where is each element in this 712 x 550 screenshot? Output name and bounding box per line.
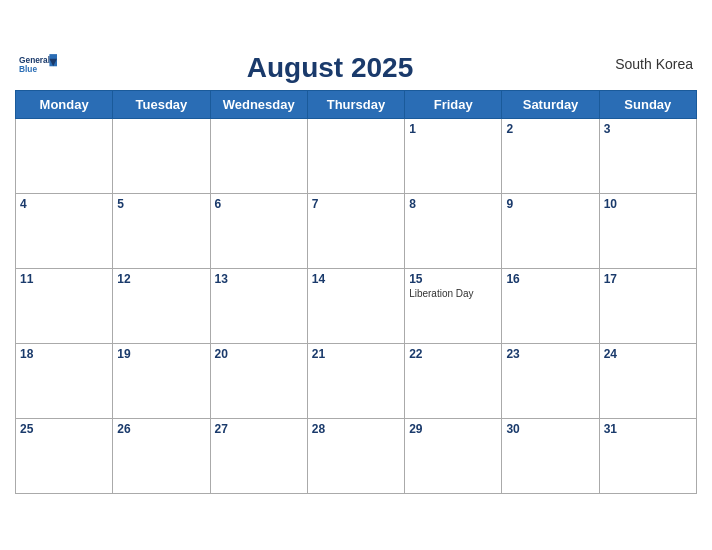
calendar-container: General Blue August 2025 South Korea Mon…	[0, 42, 712, 509]
calendar-day-cell	[210, 118, 307, 193]
header-sunday: Sunday	[599, 90, 696, 118]
calendar-day-cell: 14	[307, 268, 404, 343]
svg-text:Blue: Blue	[19, 64, 37, 74]
calendar-week-row: 1112131415Liberation Day1617	[16, 268, 697, 343]
calendar-day-cell: 16	[502, 268, 599, 343]
generalblue-logo-icon: General Blue	[19, 52, 57, 76]
logo-area: General Blue	[19, 52, 57, 77]
header-monday: Monday	[16, 90, 113, 118]
calendar-day-cell: 30	[502, 418, 599, 493]
calendar-day-cell: 8	[405, 193, 502, 268]
day-number: 4	[20, 197, 108, 211]
day-number: 3	[604, 122, 692, 136]
calendar-day-cell: 10	[599, 193, 696, 268]
calendar-header: General Blue August 2025 South Korea	[15, 52, 697, 84]
event-label: Liberation Day	[409, 288, 497, 299]
calendar-day-cell: 11	[16, 268, 113, 343]
day-number: 26	[117, 422, 205, 436]
day-number: 11	[20, 272, 108, 286]
calendar-day-cell: 7	[307, 193, 404, 268]
day-number: 1	[409, 122, 497, 136]
day-number: 29	[409, 422, 497, 436]
calendar-day-cell: 19	[113, 343, 210, 418]
calendar-day-cell: 24	[599, 343, 696, 418]
calendar-table: Monday Tuesday Wednesday Thursday Friday…	[15, 90, 697, 494]
calendar-day-cell: 6	[210, 193, 307, 268]
calendar-day-cell	[16, 118, 113, 193]
calendar-day-cell: 31	[599, 418, 696, 493]
calendar-week-row: 18192021222324	[16, 343, 697, 418]
calendar-day-cell: 29	[405, 418, 502, 493]
day-number: 17	[604, 272, 692, 286]
day-number: 8	[409, 197, 497, 211]
header-saturday: Saturday	[502, 90, 599, 118]
calendar-day-cell: 18	[16, 343, 113, 418]
day-number: 2	[506, 122, 594, 136]
calendar-day-cell: 5	[113, 193, 210, 268]
calendar-day-cell: 13	[210, 268, 307, 343]
calendar-day-cell: 21	[307, 343, 404, 418]
calendar-day-cell: 3	[599, 118, 696, 193]
day-number: 22	[409, 347, 497, 361]
calendar-day-cell: 27	[210, 418, 307, 493]
calendar-day-cell: 1	[405, 118, 502, 193]
day-number: 31	[604, 422, 692, 436]
calendar-day-cell	[307, 118, 404, 193]
weekday-header-row: Monday Tuesday Wednesday Thursday Friday…	[16, 90, 697, 118]
calendar-day-cell: 4	[16, 193, 113, 268]
day-number: 13	[215, 272, 303, 286]
calendar-day-cell: 20	[210, 343, 307, 418]
calendar-day-cell: 25	[16, 418, 113, 493]
day-number: 16	[506, 272, 594, 286]
calendar-day-cell: 15Liberation Day	[405, 268, 502, 343]
day-number: 19	[117, 347, 205, 361]
calendar-day-cell: 9	[502, 193, 599, 268]
day-number: 23	[506, 347, 594, 361]
day-number: 25	[20, 422, 108, 436]
calendar-day-cell	[113, 118, 210, 193]
day-number: 28	[312, 422, 400, 436]
day-number: 14	[312, 272, 400, 286]
day-number: 15	[409, 272, 497, 286]
header-wednesday: Wednesday	[210, 90, 307, 118]
day-number: 5	[117, 197, 205, 211]
day-number: 7	[312, 197, 400, 211]
header-tuesday: Tuesday	[113, 90, 210, 118]
day-number: 20	[215, 347, 303, 361]
calendar-week-row: 25262728293031	[16, 418, 697, 493]
day-number: 9	[506, 197, 594, 211]
day-number: 30	[506, 422, 594, 436]
calendar-day-cell: 26	[113, 418, 210, 493]
day-number: 24	[604, 347, 692, 361]
calendar-day-cell: 2	[502, 118, 599, 193]
calendar-day-cell: 17	[599, 268, 696, 343]
day-number: 6	[215, 197, 303, 211]
month-title: August 2025	[57, 52, 603, 84]
day-number: 21	[312, 347, 400, 361]
calendar-day-cell: 12	[113, 268, 210, 343]
calendar-day-cell: 28	[307, 418, 404, 493]
day-number: 18	[20, 347, 108, 361]
calendar-day-cell: 23	[502, 343, 599, 418]
day-number: 27	[215, 422, 303, 436]
calendar-day-cell: 22	[405, 343, 502, 418]
calendar-week-row: 123	[16, 118, 697, 193]
calendar-week-row: 45678910	[16, 193, 697, 268]
header-thursday: Thursday	[307, 90, 404, 118]
country-label: South Korea	[603, 52, 693, 72]
day-number: 10	[604, 197, 692, 211]
day-number: 12	[117, 272, 205, 286]
header-friday: Friday	[405, 90, 502, 118]
